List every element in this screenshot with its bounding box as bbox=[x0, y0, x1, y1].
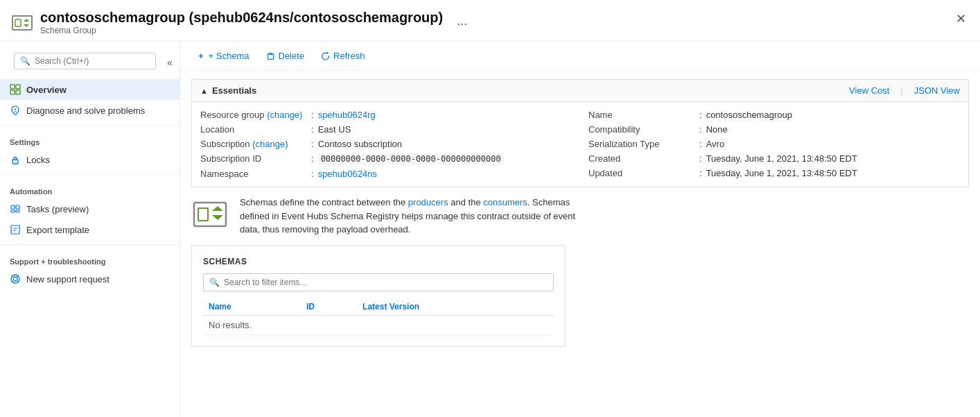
settings-section-label: Settings bbox=[0, 130, 180, 149]
json-view-link[interactable]: JSON View bbox=[914, 85, 960, 96]
schemas-table: Name ID Latest Version No results. bbox=[203, 298, 554, 335]
close-button[interactable]: ✕ bbox=[956, 11, 966, 26]
svg-rect-15 bbox=[11, 225, 19, 234]
search-input[interactable] bbox=[35, 56, 150, 66]
main-layout: 🔍 « Overview Diagnose and solve problems bbox=[0, 42, 980, 416]
schemas-search-icon: 🔍 bbox=[209, 278, 220, 287]
sidebar-item-overview-label: Overview bbox=[26, 85, 67, 95]
info-text-part1: Schemas define the contract between the bbox=[240, 197, 408, 207]
sidebar-divider-2 bbox=[0, 174, 180, 175]
name-label: Name bbox=[588, 110, 699, 120]
essentials-row-ns: Namespace : spehub0624ns bbox=[200, 167, 572, 181]
rg-label: Resource group (change) bbox=[200, 110, 311, 120]
essentials-body: Resource group (change) : spehub0624rg L… bbox=[192, 102, 968, 187]
info-box: Schemas define the contract between the … bbox=[191, 196, 969, 237]
sidebar-item-tasks-label: Tasks (preview) bbox=[26, 204, 89, 214]
svg-point-19 bbox=[13, 277, 17, 281]
sidebar-search-box[interactable]: 🔍 bbox=[14, 53, 156, 69]
header-title-group: contososchemagroup (spehub0624ns/contoso… bbox=[40, 10, 443, 35]
info-text-highlight2: consumers bbox=[483, 197, 527, 207]
essentials-col-right: Name : contososchemagroup Compatibility … bbox=[580, 108, 968, 181]
rg-change-link[interactable]: (change) bbox=[267, 110, 302, 120]
schemas-search-box[interactable]: 🔍 bbox=[203, 273, 554, 291]
col-id-header: ID bbox=[301, 298, 357, 316]
svg-marker-3 bbox=[24, 24, 29, 27]
name-value: contososchemagroup bbox=[706, 110, 792, 120]
collapse-sidebar-button[interactable]: « bbox=[167, 57, 173, 68]
header-left: contososchemagroup (spehub0624ns/contoso… bbox=[11, 10, 467, 35]
svg-marker-33 bbox=[212, 215, 223, 220]
col-name-header: Name bbox=[203, 298, 301, 316]
export-template-icon bbox=[10, 224, 21, 235]
sub-change-link[interactable]: (change) bbox=[252, 139, 288, 149]
svg-rect-31 bbox=[198, 208, 208, 221]
sidebar-item-locks[interactable]: Locks bbox=[0, 149, 180, 170]
essentials-divider-v: | bbox=[900, 85, 902, 96]
svg-rect-4 bbox=[10, 85, 15, 89]
sidebar-item-new-support-label: New support request bbox=[26, 274, 110, 284]
sidebar-item-export-template-label: Export template bbox=[26, 225, 89, 235]
sidebar-item-new-support[interactable]: New support request bbox=[0, 269, 180, 289]
info-box-text: Schemas define the contract between the … bbox=[240, 196, 586, 237]
support-section-label: Support + troubleshooting bbox=[0, 249, 180, 269]
essentials-row-updated: Updated : Tuesday, June 1, 2021, 13:48:5… bbox=[588, 166, 960, 180]
page-subtitle: Schema Group bbox=[40, 26, 443, 35]
ns-value[interactable]: spehub0624ns bbox=[318, 169, 377, 179]
sub-value: Contoso subscription bbox=[318, 139, 402, 149]
svg-rect-14 bbox=[16, 210, 19, 212]
refresh-icon bbox=[321, 51, 330, 60]
sidebar-item-overview[interactable]: Overview bbox=[0, 79, 180, 100]
search-icon: 🔍 bbox=[20, 56, 30, 66]
lock-icon bbox=[10, 154, 21, 165]
essentials-col-left: Resource group (change) : spehub0624rg L… bbox=[192, 108, 580, 181]
schemas-no-results-row: No results. bbox=[203, 315, 554, 334]
plus-icon: + bbox=[198, 51, 204, 61]
sidebar-item-tasks[interactable]: Tasks (preview) bbox=[0, 198, 180, 219]
serial-value: Avro bbox=[706, 139, 725, 149]
updated-label: Updated bbox=[588, 168, 699, 178]
svg-rect-1 bbox=[15, 19, 21, 26]
refresh-button[interactable]: Refresh bbox=[314, 47, 372, 65]
more-options-button[interactable]: ··· bbox=[457, 17, 467, 31]
delete-button[interactable]: Delete bbox=[259, 47, 312, 65]
essentials-row-subid: Subscription ID : 00000000-0000-0000-000… bbox=[200, 151, 572, 167]
info-text-part2: and the bbox=[448, 197, 484, 207]
serial-label: Serialization Type bbox=[588, 139, 699, 149]
col-version-header: Latest Version bbox=[357, 298, 554, 316]
sidebar-divider-1 bbox=[0, 125, 180, 126]
overview-icon bbox=[10, 84, 21, 95]
essentials-title: Essentials bbox=[212, 85, 256, 96]
svg-rect-10 bbox=[12, 160, 18, 164]
svg-rect-7 bbox=[16, 90, 20, 94]
essentials-header: ▲ Essentials View Cost | JSON View bbox=[192, 80, 968, 102]
sidebar-item-export-template[interactable]: Export template bbox=[0, 219, 180, 240]
schemas-box: SCHEMAS 🔍 Name ID Latest Version No resu… bbox=[191, 245, 566, 347]
essentials-row-serial: Serialization Type : Avro bbox=[588, 137, 960, 151]
schemas-table-header-row: Name ID Latest Version bbox=[203, 298, 554, 316]
schema-button[interactable]: + + Schema bbox=[191, 47, 256, 65]
essentials-header-left: ▲ Essentials bbox=[200, 85, 256, 96]
toolbar: + + Schema Delete Refresh bbox=[180, 42, 980, 71]
tasks-icon bbox=[10, 203, 21, 214]
info-text-highlight1: producers bbox=[408, 197, 448, 207]
ns-label: Namespace bbox=[200, 169, 311, 179]
svg-rect-11 bbox=[11, 205, 15, 209]
compat-value: None bbox=[706, 124, 728, 135]
svg-point-9 bbox=[15, 111, 16, 112]
view-cost-link[interactable]: View Cost bbox=[849, 85, 889, 96]
essentials-row-compat: Compatibility : None bbox=[588, 122, 960, 137]
essentials-row-sub: Subscription (change) : Contoso subscrip… bbox=[200, 137, 572, 151]
essentials-header-right: View Cost | JSON View bbox=[849, 85, 960, 96]
updated-value: Tuesday, June 1, 2021, 13:48:50 EDT bbox=[706, 168, 857, 178]
no-results-text: No results. bbox=[203, 315, 554, 334]
sidebar-item-diagnose[interactable]: Diagnose and solve problems bbox=[0, 100, 180, 121]
schemas-search-input[interactable] bbox=[224, 278, 548, 287]
sidebar-item-diagnose-label: Diagnose and solve problems bbox=[26, 105, 145, 116]
svg-rect-24 bbox=[268, 54, 273, 59]
rg-value[interactable]: spehub0624rg bbox=[318, 110, 376, 120]
main-content: + + Schema Delete Refresh bbox=[180, 42, 980, 416]
subid-label: Subscription ID bbox=[200, 153, 311, 164]
essentials-row-location: Location : East US bbox=[200, 122, 572, 137]
delete-icon bbox=[266, 51, 275, 60]
page-title: contososchemagroup (spehub0624ns/contoso… bbox=[40, 10, 443, 26]
